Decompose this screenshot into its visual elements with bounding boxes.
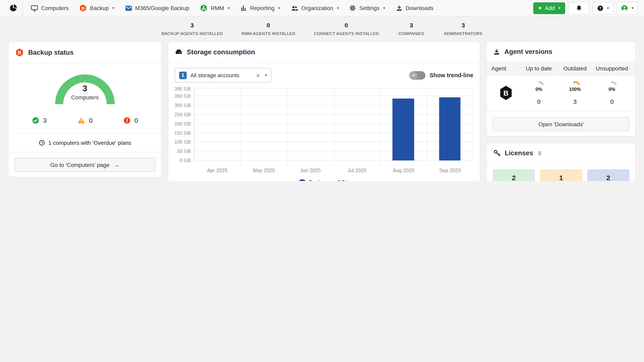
gauge-label: Computers (55, 94, 115, 100)
open-downloads-button[interactable]: Open 'Downloads' (493, 117, 630, 131)
svg-text:B: B (18, 50, 21, 55)
notifications-button[interactable] (568, 2, 589, 14)
mini-gauge-arc (539, 82, 542, 84)
percent-label: 0% (593, 87, 631, 92)
check-circle-icon (32, 117, 40, 124)
chevron-down-icon[interactable]: ▾ (265, 73, 267, 77)
up-to-date-stat: 0% 0 (521, 81, 557, 105)
error-status: 0 (123, 117, 138, 124)
gridline (287, 89, 288, 166)
stat-value: 3 (162, 22, 223, 28)
stat-value: 3 (397, 22, 426, 28)
key-icon (493, 149, 501, 157)
chevron-down-icon: ▾ (278, 6, 280, 10)
count-value: 0 (593, 98, 631, 105)
chart-x-axis: Apr 2025May 2025Jun 2025Jul 2025Aug 2025… (194, 168, 473, 173)
y-tick-label: 100 GB (174, 139, 191, 145)
backup-hexagon-icon: B (15, 48, 24, 57)
top-navbar: Computers B Backup ▾ M365/Google Backup … (0, 0, 644, 16)
chart-y-axis: 0 GB50 GB100 GB150 GB200 GB250 GB300 GB3… (175, 89, 194, 160)
user-menu-button[interactable]: ▾ (617, 2, 638, 14)
left-column: B Backup status 3 Computers (8, 41, 162, 181)
column-header: Unsupported (593, 65, 631, 72)
navbar-actions: + Add ▾ ? ▾ ▾ (533, 2, 640, 14)
stat-label: RMM AGENTS INSTALLED (241, 31, 295, 36)
stat-label: ADMINISTRATORS (444, 31, 482, 36)
tile-value: 1 (540, 174, 582, 181)
bar-chart-icon (240, 4, 247, 12)
filter-selected-value: All storage accounts (190, 72, 252, 78)
nav-item-downloads[interactable]: Downloads (390, 0, 439, 16)
nav-item-settings[interactable]: Settings ▾ (344, 0, 390, 16)
nav-item-reporting[interactable]: Reporting ▾ (235, 0, 285, 16)
gear-icon (349, 4, 356, 12)
nav-item-label: Backup (90, 5, 109, 11)
card-title: Agent versions (504, 48, 552, 55)
nav-item-rmm[interactable]: RMM ▾ (194, 0, 235, 16)
y-tick-label: 200 GB (174, 121, 191, 126)
download-icon (396, 4, 403, 12)
dashboard-home-button[interactable] (4, 3, 22, 12)
navbar-divider (22, 0, 23, 16)
nav-item-backup[interactable]: B Backup ▾ (74, 0, 119, 16)
y-tick-label: 150 GB (174, 130, 191, 136)
expired-licenses-tile: 1 Expired (540, 169, 582, 181)
y-tick-label: 390 GB (174, 86, 191, 92)
gauge-value: 3 (55, 84, 115, 93)
column-header: Up to date (521, 65, 557, 72)
nav-item-label: Organization (301, 5, 333, 11)
gridline (380, 89, 380, 166)
legend-swatch (300, 179, 305, 181)
y-tick-label: 350 GB (174, 93, 191, 99)
gridline (241, 89, 241, 166)
bell-icon (575, 5, 582, 11)
card-title: Storage consumption (187, 48, 255, 56)
warning-status: 0 (77, 117, 92, 124)
button-label: Open 'Downloads' (538, 121, 584, 127)
overdue-note-text: 1 computers with 'Overdue' plans (48, 140, 131, 146)
add-button[interactable]: + Add ▾ (533, 2, 565, 14)
nav-item-label: RMM (211, 5, 224, 11)
backupera-agent-icon: B (492, 85, 521, 100)
user-avatar-icon (621, 4, 628, 12)
stat-label: CONNECT AGENTS INSTALLED (314, 31, 379, 36)
stat-backup-agents: 3 BACKUP AGENTS INSTALLED (162, 22, 223, 36)
nav-item-organization[interactable]: Organization ▾ (285, 0, 344, 16)
chevron-down-icon: ▾ (228, 6, 230, 10)
svg-text:?: ? (599, 6, 602, 10)
storage-account-filter[interactable]: 1 All storage accounts × ▾ (175, 68, 271, 82)
nav-item-label: Reporting (250, 5, 274, 11)
y-tick-label: 0 GB (180, 158, 191, 163)
backup-gauge: 3 Computers (8, 63, 162, 107)
clear-filter-icon[interactable]: × (256, 72, 260, 79)
stat-value: 3 (444, 22, 482, 28)
trend-line-toggle[interactable]: ✕ (410, 71, 426, 79)
error-count: 0 (134, 117, 138, 124)
chevron-down-icon: ▾ (558, 6, 560, 10)
stat-value: 0 (241, 22, 295, 28)
count-value: 3 (557, 98, 593, 105)
backup-status-counts: 3 0 0 (8, 107, 162, 133)
chart-legend: Backupera SQL (175, 179, 473, 181)
trend-toggle-label: Show trend-line (430, 72, 474, 78)
nav-item-label: M365/Google Backup (135, 5, 189, 11)
gridline (334, 89, 334, 166)
nav-item-label: Downloads (406, 5, 434, 11)
license-tiles: 2 Paid 1 Expired 2 Trial (493, 169, 630, 181)
nav-item-label: Settings (359, 5, 380, 11)
legend-label: Backupera SQL (309, 179, 348, 181)
nav-item-m365-google-backup[interactable]: M365/Google Backup (119, 0, 194, 16)
help-button[interactable]: ? ▾ (592, 2, 614, 14)
monitor-icon (30, 4, 38, 12)
chevron-down-icon: ▾ (337, 6, 339, 10)
go-to-computers-button[interactable]: Go to 'Computers' page → (14, 158, 155, 172)
chevron-down-icon: ▾ (383, 6, 385, 10)
storage-consumption-card: Storage consumption 1 All storage accoun… (168, 41, 480, 181)
agent-versions-card: Agent versions Agent Up to date Outdated… (486, 41, 636, 137)
outdated-stat: 100% 3 (557, 81, 593, 105)
error-circle-icon (123, 117, 131, 124)
nav-item-computers[interactable]: Computers (25, 0, 74, 16)
agent-versions-header: Agent Up to date Outdated Unsupported (486, 62, 636, 75)
dashboard-page: Computers B Backup ▾ M365/Google Backup … (0, 0, 644, 181)
mini-gauge-arc (612, 82, 616, 84)
